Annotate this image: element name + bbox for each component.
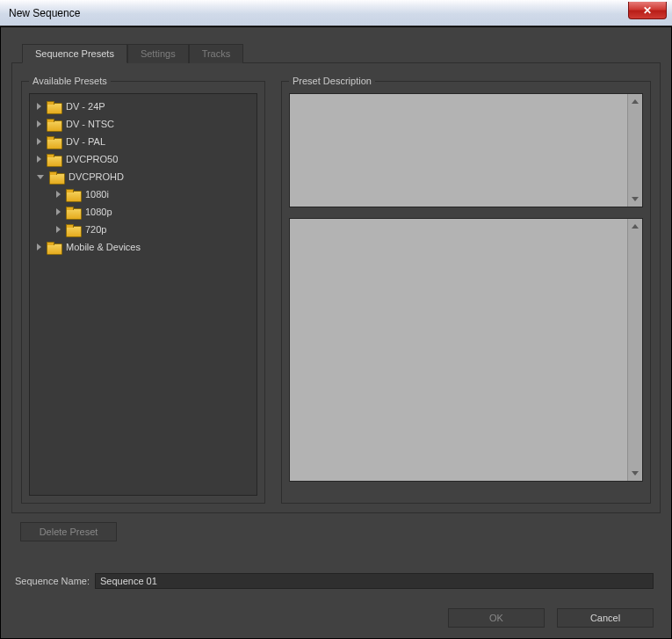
sequence-name-row: Sequence Name: [15,573,654,589]
delete-preset-row: Delete Preset [11,513,661,541]
scroll-down-button[interactable] [628,466,642,481]
folder-icon [47,119,61,130]
chevron-right-icon[interactable] [56,191,61,198]
dialog-button-row: OK Cancel [11,608,654,628]
folder-icon [66,224,80,236]
close-icon: ✕ [643,4,652,17]
folder-icon [49,171,63,183]
preset-description-group: Preset Description [281,76,651,504]
chevron-up-icon [632,224,639,229]
tree-item-label: 1080p [85,207,112,217]
tree-item[interactable]: Mobile & Devices [32,238,255,256]
available-presets-heading: Available Presets [29,76,111,86]
tab-sequence-presets[interactable]: Sequence Presets [22,44,127,63]
chevron-down-icon[interactable] [37,175,44,179]
tree-item-label: DVCPRO50 [66,154,118,164]
description-scrollbar[interactable] [627,94,642,207]
chevron-right-icon[interactable] [37,156,41,163]
tree-item[interactable]: 1080p [32,203,255,221]
tree-item[interactable]: DVCPROHD [32,168,255,185]
chevron-right-icon[interactable] [37,243,41,251]
chevron-right-icon[interactable] [37,120,41,127]
chevron-down-icon [632,471,639,476]
folder-icon [47,136,61,148]
window-close-button[interactable]: ✕ [628,2,667,19]
tree-item-label: Mobile & Devices [66,242,141,252]
folder-icon [47,154,61,165]
tree-item-label: DV - PAL [66,136,105,147]
tree-item-label: 1080i [85,189,109,200]
tree-item[interactable]: 720p [32,221,255,238]
window-title: New Sequence [9,7,80,19]
sequence-name-input[interactable] [95,573,654,589]
tab-tracks[interactable]: Tracks [189,44,244,63]
scroll-up-button[interactable] [628,94,642,109]
tree-item-label: DV - NTSC [66,119,114,129]
tab-bar: Sequence Presets Settings Tracks [11,43,661,63]
ok-button[interactable]: OK [448,608,545,628]
preset-tree[interactable]: DV - 24PDV - NTSCDV - PALDVCPRO50DVCPROH… [29,93,257,496]
tree-item-label: DV - 24P [66,101,105,112]
delete-preset-button[interactable]: Delete Preset [20,522,117,541]
tab-content: Available Presets DV - 24PDV - NTSCDV - … [11,63,661,513]
folder-icon [66,189,80,200]
dialog-body: Sequence Presets Settings Tracks Availab… [0,26,672,639]
preset-description-text [289,93,643,207]
tree-item[interactable]: DVCPRO50 [32,150,255,168]
folder-icon [47,242,61,253]
tree-item-label: 720p [85,224,106,235]
tree-item[interactable]: DV - 24P [32,98,255,115]
folder-icon [47,101,61,113]
chevron-right-icon[interactable] [37,103,41,110]
window-titlebar: New Sequence ✕ [0,0,672,26]
chevron-right-icon[interactable] [56,226,61,233]
cancel-button[interactable]: Cancel [557,608,654,628]
detail-scrollbar[interactable] [627,219,642,481]
tree-item[interactable]: 1080i [32,185,255,203]
sequence-name-label: Sequence Name: [15,576,90,586]
scroll-down-button[interactable] [628,192,642,207]
preset-detail-text [289,218,643,482]
tree-item[interactable]: DV - PAL [32,133,255,150]
chevron-right-icon[interactable] [56,208,61,215]
available-presets-group: Available Presets DV - 24PDV - NTSCDV - … [21,76,265,504]
tree-item-label: DVCPROHD [69,171,124,182]
tab-settings[interactable]: Settings [127,44,189,63]
preset-description-heading: Preset Description [289,76,375,86]
tree-item[interactable]: DV - NTSC [32,115,255,133]
chevron-right-icon[interactable] [37,138,41,145]
folder-icon [66,207,80,218]
chevron-down-icon [632,197,639,201]
scroll-up-button[interactable] [628,219,642,234]
chevron-up-icon [632,99,639,104]
